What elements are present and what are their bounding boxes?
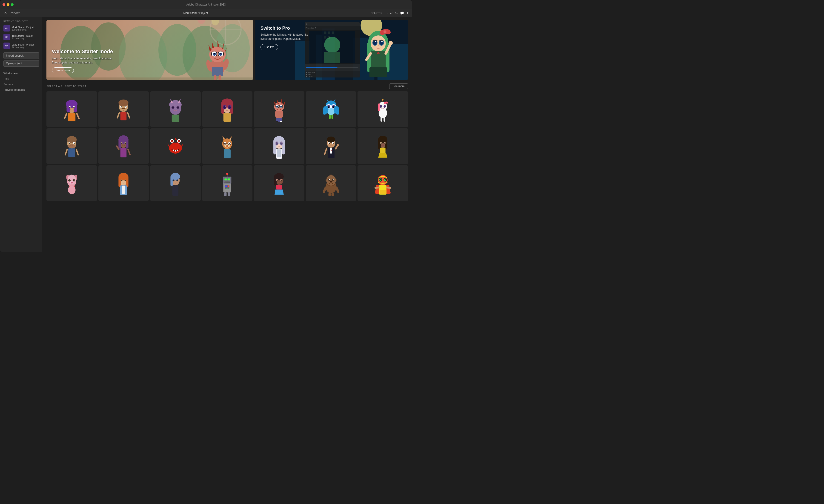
svg-point-159 bbox=[385, 106, 385, 106]
puppet-card-21[interactable] bbox=[357, 165, 408, 201]
project-icon-3: Ch bbox=[3, 42, 10, 49]
svg-point-190 bbox=[169, 142, 182, 154]
forums-link[interactable]: Forums bbox=[3, 82, 39, 87]
svg-point-82 bbox=[119, 99, 128, 106]
help-link[interactable]: Help bbox=[3, 76, 39, 81]
svg-point-56 bbox=[373, 40, 377, 45]
minimize-button[interactable] bbox=[7, 3, 9, 6]
puppet-card-14[interactable] bbox=[357, 128, 408, 164]
hero-left-content: Welcome to Starter mode Learn about Char… bbox=[52, 48, 113, 73]
svg-rect-322 bbox=[331, 193, 334, 195]
svg-point-280 bbox=[177, 180, 178, 181]
svg-point-224 bbox=[280, 142, 283, 144]
puppet-card-10[interactable] bbox=[150, 128, 201, 164]
svg-rect-266 bbox=[119, 176, 121, 187]
switch-pro-title: Switch to Pro bbox=[261, 25, 311, 31]
maximize-button[interactable] bbox=[11, 3, 14, 6]
puppet-card-15[interactable] bbox=[46, 165, 97, 201]
titlebar: Adobe Character Animator 2023 bbox=[0, 0, 412, 9]
puppet-card-12[interactable] bbox=[254, 128, 304, 164]
feedback-link[interactable]: Provide feedback bbox=[3, 87, 39, 92]
puppet-card-16[interactable] bbox=[98, 165, 149, 201]
svg-rect-147 bbox=[331, 114, 333, 119]
svg-rect-146 bbox=[329, 114, 331, 119]
svg-point-330 bbox=[385, 179, 386, 180]
svg-point-317 bbox=[330, 181, 331, 182]
svg-rect-182 bbox=[120, 147, 127, 157]
svg-point-270 bbox=[121, 180, 122, 181]
use-pro-button[interactable]: Use Pro bbox=[261, 44, 278, 50]
whats-new-link[interactable]: What's new bbox=[3, 71, 39, 76]
svg-line-320 bbox=[336, 188, 338, 192]
puppet-card-5[interactable] bbox=[254, 91, 304, 127]
puppet-card-20[interactable] bbox=[306, 165, 356, 201]
puppet-card-7[interactable] bbox=[357, 91, 408, 127]
puppet-card-13[interactable] bbox=[306, 128, 356, 164]
svg-rect-321 bbox=[328, 193, 331, 195]
svg-point-57 bbox=[380, 40, 383, 45]
project-item-3[interactable]: Ch Lacy Starter Project 14 hours ago bbox=[0, 41, 42, 50]
svg-rect-281 bbox=[173, 185, 179, 196]
svg-point-296 bbox=[228, 185, 229, 187]
svg-marker-308 bbox=[275, 189, 284, 195]
panel-icon[interactable]: ▭ bbox=[385, 11, 388, 15]
svg-point-110 bbox=[228, 105, 231, 108]
svg-point-26 bbox=[213, 53, 216, 56]
puppet-card-9[interactable] bbox=[98, 128, 149, 164]
puppet-card-8[interactable] bbox=[46, 128, 97, 164]
svg-line-335 bbox=[387, 187, 390, 188]
puppet-card-19[interactable] bbox=[254, 165, 304, 201]
svg-point-295 bbox=[225, 185, 227, 187]
svg-rect-129 bbox=[276, 118, 282, 122]
svg-point-76 bbox=[69, 107, 70, 108]
import-puppet-button[interactable]: Import puppet... bbox=[3, 53, 39, 59]
svg-line-173 bbox=[76, 149, 78, 155]
hero-section: Welcome to Starter mode Learn about Char… bbox=[46, 20, 408, 80]
svg-rect-273 bbox=[122, 185, 125, 194]
puppet-grid-row3 bbox=[46, 165, 408, 201]
svg-point-145 bbox=[328, 108, 334, 115]
project-item-1[interactable]: Ch Mark Starter Project current project bbox=[0, 24, 42, 33]
svg-point-263 bbox=[68, 186, 76, 194]
svg-rect-298 bbox=[224, 192, 227, 195]
svg-point-128 bbox=[281, 106, 282, 106]
learn-more-button[interactable]: Learn more bbox=[52, 67, 74, 73]
open-project-button[interactable]: Open project... bbox=[3, 60, 39, 67]
share-icon[interactable]: ⬆ bbox=[406, 11, 409, 15]
redo-icon[interactable]: ↪ bbox=[395, 11, 398, 15]
see-more-button[interactable]: See more bbox=[389, 84, 408, 89]
svg-point-157 bbox=[384, 105, 386, 108]
perform-tab[interactable]: Perform bbox=[10, 11, 20, 15]
svg-point-305 bbox=[277, 180, 278, 181]
svg-point-58 bbox=[375, 41, 376, 42]
svg-rect-87 bbox=[120, 111, 127, 120]
svg-point-259 bbox=[70, 180, 70, 180]
svg-rect-131 bbox=[280, 121, 282, 122]
svg-rect-171 bbox=[68, 148, 75, 157]
svg-rect-113 bbox=[223, 113, 231, 122]
svg-point-260 bbox=[74, 180, 75, 180]
puppet-card-1[interactable] bbox=[46, 91, 97, 127]
svg-point-256 bbox=[71, 182, 73, 184]
hero-banner-left[interactable]: Welcome to Starter mode Learn about Char… bbox=[46, 20, 253, 80]
undo-icon[interactable]: ↩ bbox=[390, 11, 393, 15]
project-item-2[interactable]: Ch Tull Starter Project 14 hours ago bbox=[0, 33, 42, 41]
svg-marker-250 bbox=[378, 153, 387, 158]
puppet-card-11[interactable] bbox=[202, 128, 253, 164]
svg-line-80 bbox=[77, 114, 79, 118]
switch-pro-description: Switch to the full app, with features li… bbox=[261, 33, 311, 41]
puppet-card-3[interactable] bbox=[150, 91, 201, 127]
svg-point-329 bbox=[380, 179, 381, 180]
puppet-card-2[interactable] bbox=[98, 91, 149, 127]
comment-icon[interactable]: 💬 bbox=[400, 11, 404, 15]
svg-marker-135 bbox=[333, 99, 336, 102]
home-button[interactable]: ⌂ bbox=[3, 11, 8, 16]
puppet-card-6[interactable] bbox=[306, 91, 356, 127]
close-button[interactable] bbox=[3, 3, 5, 6]
puppet-card-4[interactable] bbox=[202, 91, 253, 127]
svg-point-314 bbox=[329, 179, 329, 180]
puppet-card-18[interactable] bbox=[202, 165, 253, 201]
svg-point-271 bbox=[125, 180, 126, 181]
hero-banner-right[interactable]: Switch to Pro Switch to the full app, wi… bbox=[255, 20, 408, 80]
puppet-card-17[interactable] bbox=[150, 165, 201, 201]
